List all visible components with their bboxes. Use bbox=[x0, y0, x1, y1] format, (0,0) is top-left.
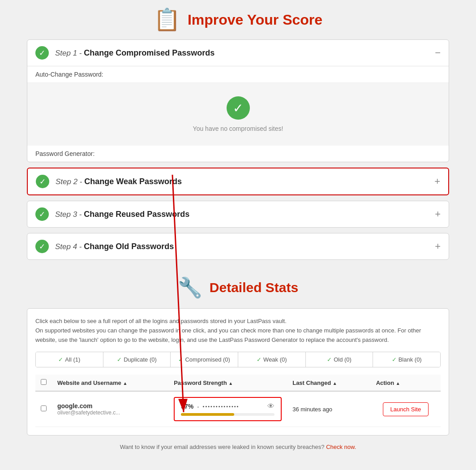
step-4-label: Step 4 - Change Old Passwords bbox=[55, 242, 174, 251]
select-all-checkbox[interactable] bbox=[41, 379, 47, 385]
password-bar bbox=[181, 413, 234, 416]
table-header-action[interactable]: Action bbox=[371, 375, 441, 391]
row-changed-cell: 36 minutes ago bbox=[287, 391, 370, 427]
table-header-site[interactable]: Website and Username bbox=[52, 375, 168, 391]
improve-score-header: 📋 Improve Your Score bbox=[27, 4, 449, 39]
row-checkbox[interactable] bbox=[41, 405, 47, 411]
step-4-header[interactable]: ✓ Step 4 - Change Old Passwords + bbox=[27, 233, 449, 259]
step-2-check-icon: ✓ bbox=[36, 175, 49, 188]
step-1-body: Auto-Change Password: ✓ You have no comp… bbox=[27, 66, 449, 162]
password-strength-container: 57% - •••••••••••••• 👁 bbox=[174, 397, 282, 421]
filter-tab-duplicate[interactable]: ✓Duplicate (0) bbox=[103, 352, 171, 367]
step-4-check-icon: ✓ bbox=[35, 240, 49, 253]
password-bar-container bbox=[181, 413, 274, 416]
site-name: google.com bbox=[57, 402, 163, 410]
step-4-card: ✓ Step 4 - Change Old Passwords + bbox=[27, 233, 449, 260]
stats-description: Click each below to see a full report of… bbox=[35, 317, 441, 345]
filter-tabs: ✓All (1) ✓Duplicate (0) ✓Compromised (0)… bbox=[35, 352, 441, 367]
step-1-check-icon: ✓ bbox=[35, 46, 49, 60]
detailed-stats-title: Detailed Stats bbox=[210, 280, 298, 295]
filter-tab-compromised[interactable]: ✓Compromised (0) bbox=[171, 352, 238, 367]
table-header-row: Website and Username Password Strength L… bbox=[35, 375, 441, 391]
site-username: oliver@safetydetective.c... bbox=[57, 410, 163, 416]
row-checkbox-cell[interactable] bbox=[35, 391, 52, 427]
auto-change-label: Auto-Change Password: bbox=[27, 66, 449, 83]
stats-card: Click each below to see a full report of… bbox=[27, 308, 449, 436]
table-header-changed[interactable]: Last Changed bbox=[287, 375, 370, 391]
step-2-card: ✓ Step 2 - Change Weak Passwords + bbox=[27, 168, 449, 195]
step-3-header[interactable]: ✓ Step 3 - Change Reused Passwords + bbox=[27, 201, 449, 227]
step-1-title: Change Compromised Passwords bbox=[84, 48, 214, 57]
step-4-toggle[interactable]: + bbox=[435, 241, 441, 252]
last-changed-text: 36 minutes ago bbox=[292, 406, 332, 413]
passwords-table: Website and Username Password Strength L… bbox=[35, 375, 441, 427]
filter-tab-blank[interactable]: ✓Blank (0) bbox=[373, 352, 440, 367]
step-1-label: Step 1 - Change Compromised Passwords bbox=[55, 48, 214, 58]
clipboard-icon: 📋 bbox=[154, 9, 180, 30]
table-row: google.com oliver@safetydetective.c... 5… bbox=[35, 391, 441, 427]
step-2-header[interactable]: ✓ Step 2 - Change Weak Passwords + bbox=[28, 168, 448, 194]
step-3-card: ✓ Step 3 - Change Reused Passwords + bbox=[27, 201, 449, 228]
step-2-title: Change Weak Passwords bbox=[84, 177, 182, 186]
row-action-cell[interactable]: Launch Site bbox=[371, 391, 441, 427]
step-3-title: Change Reused Passwords bbox=[84, 210, 189, 219]
password-percentage: 57% bbox=[181, 403, 193, 410]
table-header-password[interactable]: Password Strength bbox=[168, 375, 287, 391]
tools-icon: 🔧 bbox=[178, 276, 202, 299]
step-3-label: Step 3 - Change Reused Passwords bbox=[55, 210, 189, 219]
step-3-check-icon: ✓ bbox=[35, 207, 49, 221]
step-1-card: ✓ Step 1 - Change Compromised Passwords … bbox=[27, 39, 449, 162]
row-password-cell: 57% - •••••••••••••• 👁 bbox=[168, 391, 287, 427]
row-site-cell: google.com oliver@safetydetective.c... bbox=[52, 391, 168, 427]
detailed-stats-header: 🔧 Detailed Stats bbox=[27, 265, 449, 308]
page-title: Improve Your Score bbox=[188, 12, 322, 28]
step-1-header[interactable]: ✓ Step 1 - Change Compromised Passwords … bbox=[27, 40, 449, 66]
launch-site-button[interactable]: Launch Site bbox=[383, 402, 429, 416]
step-1-toggle[interactable]: − bbox=[435, 47, 441, 59]
eye-icon[interactable]: 👁 bbox=[267, 402, 274, 410]
big-check-icon: ✓ bbox=[227, 96, 250, 120]
step-2-label: Step 2 - Change Weak Passwords bbox=[56, 177, 182, 186]
step-2-toggle[interactable]: + bbox=[434, 176, 440, 187]
no-compromised-text: You have no compromised sites! bbox=[193, 125, 283, 132]
password-generator-label: Password Generator: bbox=[27, 146, 449, 162]
password-dots: •••••••••••••• bbox=[203, 404, 264, 409]
check-now-link[interactable]: Check now. bbox=[326, 444, 356, 450]
table-header-checkbox bbox=[35, 375, 52, 391]
no-compromised-area: ✓ You have no compromised sites! bbox=[27, 83, 449, 146]
filter-tab-old[interactable]: ✓Old (0) bbox=[306, 352, 373, 367]
step-3-toggle[interactable]: + bbox=[435, 208, 441, 220]
filter-tab-weak[interactable]: ✓Weak (0) bbox=[238, 352, 306, 367]
step-4-title: Change Old Passwords bbox=[84, 242, 174, 251]
footer-text: Want to know if your email addresses wer… bbox=[120, 444, 325, 450]
filter-tab-all[interactable]: ✓All (1) bbox=[36, 352, 103, 367]
footer-note: Want to know if your email addresses wer… bbox=[27, 444, 449, 450]
